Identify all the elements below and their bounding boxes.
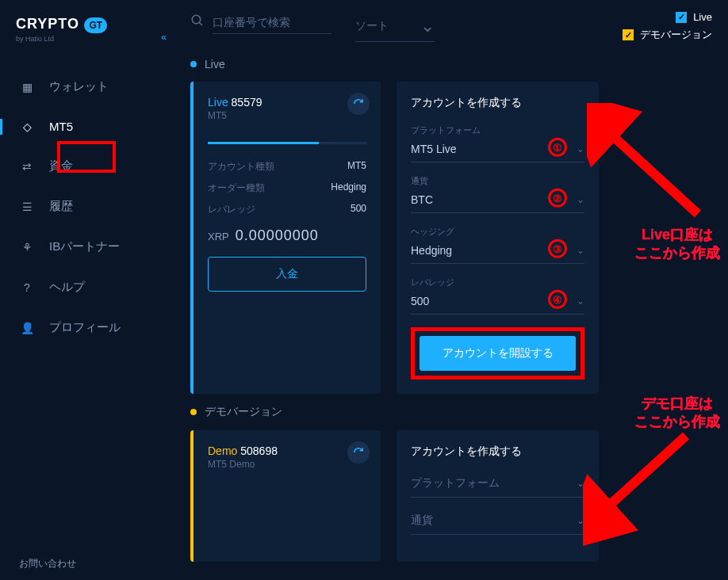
filter-group: ✓ Live ✓ デモバージョン xyxy=(623,11,712,42)
create-account-button[interactable]: アカウントを開設する xyxy=(420,336,576,371)
platform-field: プラットフォーム ⌄ xyxy=(411,473,584,498)
info-order-type: オーダー種類 Hedging xyxy=(208,181,366,195)
search-icon xyxy=(190,13,205,32)
chevron-down-icon: ⌄ xyxy=(577,245,584,256)
sort-label: ソート xyxy=(355,19,389,33)
refresh-button[interactable] xyxy=(347,93,370,115)
progress-bar xyxy=(208,142,366,144)
info-account-type: アカウント種類 MT5 xyxy=(208,160,366,174)
chevron-down-icon: ⌄ xyxy=(577,143,584,155)
sidebar-item-label: 履歴 xyxy=(49,199,73,214)
main-content: ソート ⌄ ✓ Live ✓ デモバージョン Live Live 85579 M… xyxy=(174,0,728,580)
annotation-text-live: Live口座はここから作成 xyxy=(634,226,720,263)
select-placeholder: 通貨 xyxy=(411,513,433,528)
field-label: プラットフォーム xyxy=(411,124,584,136)
sidebar-item-wallet[interactable]: ▦ ウォレット xyxy=(0,67,174,107)
sidebar-item-ib[interactable]: ⚘ IBパートナー xyxy=(0,227,174,267)
sidebar-item-help[interactable]: ? ヘルプ xyxy=(0,267,174,307)
info-value: Hedging xyxy=(331,181,366,195)
info-value: MT5 xyxy=(347,160,366,174)
refresh-button[interactable] xyxy=(347,441,370,464)
svg-line-1 xyxy=(199,22,202,25)
create-demo-account-card: アカウントを作成する プラットフォーム ⌄ 通貨 ⌄ xyxy=(397,430,599,562)
sidebar-item-profile[interactable]: 👤 プロフィール xyxy=(0,307,174,348)
field-label: ヘッジング xyxy=(411,226,584,238)
sidebar: CRYPTO GT by Hatio Ltd « ▦ ウォレット ◇ MT5 ⇄… xyxy=(0,0,174,580)
annotation-3: ③ xyxy=(548,239,567,258)
create-live-account-card: アカウントを作成する プラットフォーム MT5 Live ⌄ ① 通貨 BTC … xyxy=(397,82,599,394)
search-input[interactable] xyxy=(213,11,331,34)
dot-icon xyxy=(190,61,197,67)
sidebar-item-mt5[interactable]: ◇ MT5 xyxy=(0,107,174,146)
info-label: オーダー種類 xyxy=(208,181,265,195)
annotation-1: ① xyxy=(548,138,567,157)
deposit-button[interactable]: 入金 xyxy=(208,257,366,292)
select-value: MT5 Live xyxy=(411,143,457,155)
form-title: アカウントを作成する xyxy=(411,445,584,459)
field-label: レバレッジ xyxy=(411,277,584,288)
search-wrap xyxy=(190,11,331,34)
balance-amount: 0.00000000 xyxy=(236,227,319,244)
help-icon: ? xyxy=(19,281,35,294)
annotation-highlight-submit: アカウントを開設する xyxy=(411,327,584,380)
info-label: レバレッジ xyxy=(208,203,255,216)
dot-icon xyxy=(190,409,197,415)
chevron-down-icon: ⌄ xyxy=(577,478,584,489)
chevron-down-icon: ⌄ xyxy=(420,16,435,36)
filter-label: デモバージョン xyxy=(640,28,712,42)
sidebar-item-history[interactable]: ☰ 履歴 xyxy=(0,186,174,227)
profile-icon: 👤 xyxy=(19,322,35,334)
form-title: アカウントを作成する xyxy=(411,96,584,110)
account-tag: Demo xyxy=(208,445,237,457)
chevron-down-icon: ⌄ xyxy=(577,194,584,205)
sidebar-item-label: MT5 xyxy=(49,120,73,133)
sidebar-item-label: IBパートナー xyxy=(49,239,120,254)
select-value: Hedging xyxy=(411,244,452,257)
info-value: 500 xyxy=(351,203,366,216)
section-live-header: Live xyxy=(190,58,712,71)
logo-subtitle: by Hatio Ltd xyxy=(16,35,159,43)
select-value: BTC xyxy=(411,193,433,206)
demo-account-card[interactable]: Demo 508698 MT5 Demo xyxy=(190,430,381,562)
sidebar-item-label: ウォレット xyxy=(49,79,109,94)
sidebar-item-label: プロフィール xyxy=(49,320,121,335)
card-title: Demo 508698 xyxy=(208,445,366,457)
annotation-4: ④ xyxy=(548,290,567,309)
account-tag: Live xyxy=(208,96,228,109)
logo-brand: CRYPTO xyxy=(16,16,79,32)
annotation-2: ② xyxy=(548,189,567,208)
account-number: 508698 xyxy=(240,445,278,457)
partner-icon: ⚘ xyxy=(19,241,35,254)
filter-live[interactable]: ✓ Live xyxy=(623,11,712,23)
card-title: Live 85579 xyxy=(208,96,366,109)
topbar: ソート ⌄ ✓ Live ✓ デモバージョン xyxy=(190,11,712,42)
currency-field: 通貨 BTC ⌄ ② xyxy=(411,175,584,213)
sidebar-item-label: 資金 xyxy=(49,158,73,174)
hedging-field: ヘッジング Hedging ⌄ ③ xyxy=(411,226,584,264)
checkbox-checked-icon: ✓ xyxy=(623,29,634,40)
sidebar-item-label: ヘルプ xyxy=(49,280,85,295)
logo-badge: GT xyxy=(84,17,107,33)
live-account-card[interactable]: Live 85579 MT5 アカウント種類 MT5 オーダー種類 Hedgin… xyxy=(190,82,381,394)
platform-select[interactable]: プラットフォーム ⌄ xyxy=(411,473,584,498)
section-title: Live xyxy=(205,58,225,71)
currency-select[interactable]: 通貨 ⌄ xyxy=(411,510,584,535)
contact-link[interactable]: お問い合わせ xyxy=(19,557,76,570)
logo: CRYPTO GT by Hatio Ltd « xyxy=(0,16,174,67)
platform-field: プラットフォーム MT5 Live ⌄ ① xyxy=(411,124,584,162)
account-platform: MT5 Demo xyxy=(208,459,366,470)
demo-row: Demo 508698 MT5 Demo アカウントを作成する プラットフォーム… xyxy=(190,430,712,562)
select-placeholder: プラットフォーム xyxy=(411,476,500,490)
sidebar-item-funds[interactable]: ⇄ 資金 xyxy=(0,146,174,186)
filter-label: Live xyxy=(693,11,712,23)
wallet-icon: ▦ xyxy=(19,81,35,93)
filter-demo[interactable]: ✓ デモバージョン xyxy=(623,28,712,42)
sort-select[interactable]: ソート ⌄ xyxy=(355,11,435,42)
balance-display: XRP 0.00000000 xyxy=(208,227,366,244)
currency-field: 通貨 ⌄ xyxy=(411,510,584,535)
annotation-text-demo: デモ口座はここから作成 xyxy=(634,395,720,432)
svg-point-0 xyxy=(192,15,201,24)
collapse-sidebar-button[interactable]: « xyxy=(161,32,167,43)
balance-currency: XRP xyxy=(208,231,229,242)
section-title: デモバージョン xyxy=(205,405,282,419)
